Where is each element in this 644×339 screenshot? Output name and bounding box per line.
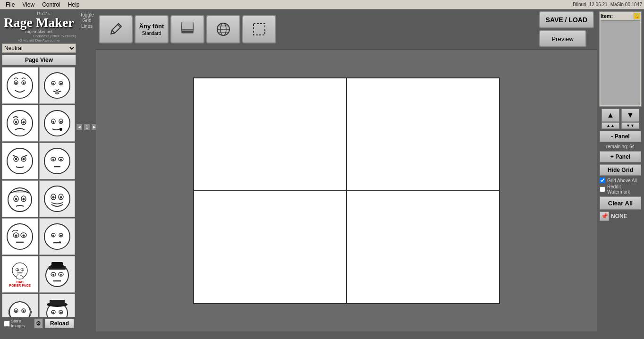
comic-panel-2[interactable]	[347, 78, 500, 191]
pencil-tool-button[interactable]	[99, 15, 133, 43]
left-sidebar: f7u12's Rage Maker ragemaker.net Updates…	[0, 9, 78, 331]
grid-num: 1	[84, 124, 90, 130]
comic-panel-3[interactable]	[194, 191, 347, 304]
svg-point-4	[23, 82, 25, 84]
font-tool-button[interactable]: Äny fônt Standard	[135, 15, 169, 43]
bottom-bar: Store Images ⚙ Reload	[2, 317, 76, 330]
save-load-button[interactable]: SAVE / LOAD	[539, 11, 594, 28]
move-up-button[interactable]: ▲	[602, 109, 619, 122]
svg-rect-62	[51, 262, 63, 268]
face-cell-2[interactable]	[39, 67, 76, 104]
svg-point-15	[44, 110, 70, 136]
logo-updates[interactable]: Updates? (Click to check)	[2, 34, 76, 38]
face-cell-6[interactable]	[39, 143, 76, 179]
svg-point-3	[15, 82, 17, 84]
svg-point-72	[23, 310, 25, 312]
face-cell-7[interactable]	[2, 180, 38, 217]
svg-point-51	[60, 235, 62, 237]
svg-point-9	[60, 83, 62, 85]
menu-control[interactable]: Control	[38, 0, 64, 9]
grid-above-all-checkbox[interactable]	[600, 178, 605, 183]
svg-point-45	[23, 235, 25, 237]
svg-point-68	[9, 302, 30, 317]
face-cell-1[interactable]	[2, 67, 38, 104]
face-cell-3[interactable]	[2, 105, 38, 142]
face-cell-8[interactable]	[39, 180, 76, 217]
move-down-button[interactable]: ▼	[621, 109, 639, 122]
menu-file[interactable]: File	[2, 0, 18, 9]
svg-point-5	[44, 73, 70, 98]
item-label: Item: 🔒	[601, 13, 640, 19]
canvas-area	[96, 50, 597, 331]
reddit-watermark-checkbox[interactable]	[600, 186, 605, 192]
hide-grid-button[interactable]: Hide Grid	[600, 164, 641, 176]
menu-view[interactable]: View	[18, 0, 38, 9]
item-lock-icon[interactable]: 🔒	[634, 13, 640, 19]
reddit-watermark-row[interactable]: Reddit Watermark	[600, 184, 641, 195]
svg-point-36	[44, 186, 70, 212]
svg-point-39	[52, 196, 54, 199]
svg-point-35	[23, 198, 25, 201]
svg-rect-82	[182, 22, 193, 29]
canvas-wrapper: Äny fônt Standard	[96, 9, 597, 331]
page-view-button[interactable]: Page View	[2, 55, 76, 65]
store-images-checkbox[interactable]	[4, 321, 10, 327]
reload-button[interactable]: Reload	[45, 319, 74, 328]
globe-tool-button[interactable]	[206, 15, 240, 43]
comic-panel-4[interactable]	[347, 191, 500, 304]
svg-point-66	[60, 274, 62, 276]
save-load-area: SAVE / LOAD Preview	[539, 11, 594, 47]
face-cell-13[interactable]	[2, 294, 38, 317]
checkboxes-area: Grid Above All Reddit Watermark	[600, 178, 641, 195]
grid-above-all-row[interactable]: Grid Above All	[600, 178, 641, 183]
comic-canvas	[193, 77, 500, 304]
svg-point-30	[60, 159, 62, 161]
logo-area: f7u12's Rage Maker ragemaker.net Updates…	[2, 11, 76, 42]
move-top-button[interactable]: ▲▲	[602, 122, 619, 129]
svg-point-8	[52, 83, 54, 85]
logo-title: Rage Maker	[2, 16, 76, 29]
settings-button[interactable]: ⚙	[34, 318, 43, 329]
logo-version: v3.wizard DanAweso.me	[2, 38, 76, 42]
content-area: f7u12's Rage Maker ragemaker.net Updates…	[0, 9, 644, 331]
preview-button[interactable]: Preview	[539, 30, 586, 47]
face-cell-12[interactable]	[39, 256, 76, 293]
minus-panel-button[interactable]: - Panel	[600, 131, 641, 142]
svg-point-50	[52, 235, 54, 237]
toggle-grid-button[interactable]: Toggle Grid Lines	[80, 12, 93, 29]
pin-icon[interactable]: 📌	[600, 212, 609, 221]
plus-panel-button[interactable]: + Panel	[600, 151, 641, 162]
svg-point-47	[44, 224, 70, 249]
face-cell-11[interactable]: BAD POKER FACE	[2, 256, 38, 293]
grid-shrink-btn[interactable]: ◄	[76, 124, 83, 130]
clear-all-button[interactable]: Clear All	[600, 196, 641, 210]
svg-point-24	[15, 158, 17, 161]
arrow-col-up: ▲ ▲▲	[602, 109, 619, 129]
arrow-col-down: ▼ ▼▼	[621, 109, 639, 129]
face-cell-5[interactable]	[2, 143, 38, 179]
face-cell-10[interactable]	[39, 218, 76, 255]
logo-site: ragemaker.net	[2, 29, 76, 34]
svg-point-14	[23, 121, 25, 124]
emotion-dropdown[interactable]: Neutral Happy Angry Sad Surprised	[2, 43, 76, 53]
svg-point-0	[7, 73, 33, 98]
remaining-label: remaining: 64	[606, 144, 635, 149]
svg-point-41	[7, 224, 33, 249]
face-cell-4[interactable]	[39, 105, 76, 142]
menu-bar: File View Control Help BIlnurl -12.06.21…	[0, 0, 644, 9]
layers-tool-button[interactable]	[170, 15, 204, 43]
svg-rect-88	[254, 24, 265, 35]
menu-help[interactable]: Help	[64, 0, 84, 9]
svg-rect-75	[50, 300, 65, 305]
svg-point-58	[22, 270, 23, 271]
comic-panel-1[interactable]	[194, 78, 347, 191]
face-cell-14[interactable]	[39, 294, 76, 317]
right-panel: Item: 🔒 ▲ ▲▲ ▼ ▼▼ - Panel remaining: 64	[597, 9, 644, 331]
select-tool-button[interactable]	[242, 15, 276, 43]
grid-resize-handle: ◄ 1 ►	[76, 124, 98, 130]
move-bottom-button[interactable]: ▼▼	[621, 122, 639, 129]
item-preview	[601, 20, 640, 105]
svg-point-29	[52, 159, 54, 161]
store-images-label[interactable]: Store Images	[4, 319, 32, 328]
face-cell-9[interactable]	[2, 218, 38, 255]
